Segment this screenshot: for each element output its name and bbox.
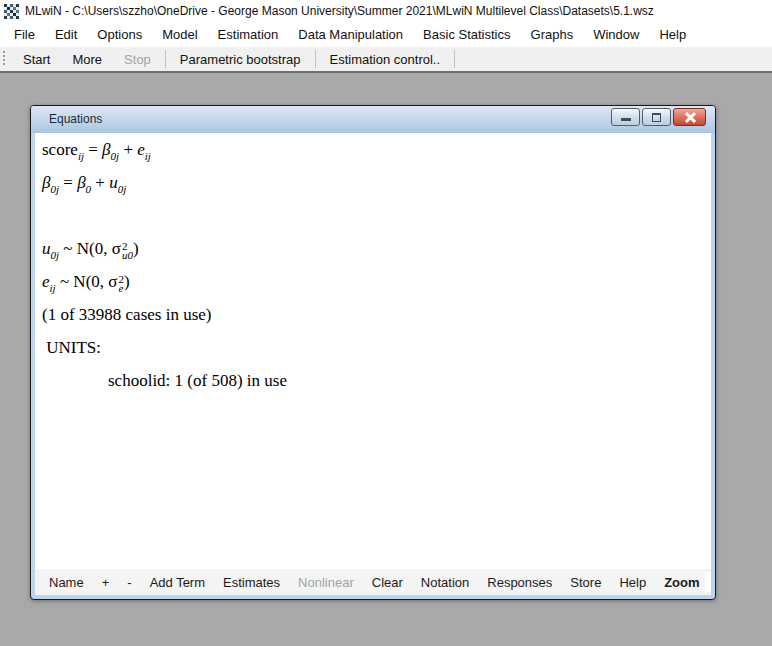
toolbar-separator: [165, 50, 166, 68]
menu-item-edit[interactable]: Edit: [45, 23, 87, 46]
eq-toolbar-button-nonlinear: Nonlinear: [289, 575, 363, 590]
toolbar-button-parametric-bootstrap[interactable]: Parametric bootstrap: [169, 49, 312, 70]
workspace: Equations scoreij = β0j + eijβ0j = β0 + …: [0, 73, 772, 646]
menu-item-window[interactable]: Window: [583, 23, 649, 46]
eq-toolbar-button-add-term[interactable]: Add Term: [141, 575, 214, 590]
equation-line: [42, 199, 711, 232]
toolbar-button-more[interactable]: More: [61, 49, 113, 70]
toolbar-button-estimation-control[interactable]: Estimation control..: [319, 49, 452, 70]
app-titlebar: MLwiN - C:\Users\szzho\OneDrive - George…: [0, 0, 772, 22]
mlwin-app-icon: [4, 4, 19, 19]
zoom-dropdown[interactable]: 100 ▾: [705, 572, 711, 592]
minimize-icon: [621, 118, 631, 121]
equations-window: Equations scoreij = β0j + eijβ0j = β0 + …: [30, 105, 716, 600]
eq-toolbar-button-[interactable]: +: [93, 575, 119, 590]
close-icon: [685, 112, 696, 123]
toolbar-items: StartMoreStopParametric bootstrapEstimat…: [12, 47, 458, 71]
menu-item-model[interactable]: Model: [152, 23, 207, 46]
equations-toolbar: Name+-Add TermEstimatesNonlinearClearNot…: [35, 569, 711, 595]
eq-toolbar-button-responses[interactable]: Responses: [478, 575, 561, 590]
equations-client-area: scoreij = β0j + eijβ0j = β0 + u0ju0j ~ N…: [35, 133, 711, 595]
toolbar-button-stop: Stop: [113, 49, 162, 70]
equation-line[interactable]: u0j ~ N(0, σ2u0): [42, 232, 711, 265]
toolbar-grip-handle[interactable]: [3, 51, 6, 67]
menu-item-graphs[interactable]: Graphs: [521, 23, 584, 46]
equation-line[interactable]: eij ~ N(0, σ2e): [42, 265, 711, 298]
eq-toolbar-button-help[interactable]: Help: [610, 575, 655, 590]
menu-bar: FileEditOptionsModelEstimationData Manip…: [0, 22, 772, 47]
menu-item-estimation[interactable]: Estimation: [208, 23, 289, 46]
menu-item-basic-statistics[interactable]: Basic Statistics: [413, 23, 520, 46]
equation-line[interactable]: UNITS:: [42, 331, 711, 364]
menu-item-file[interactable]: File: [4, 23, 45, 46]
menu-item-help[interactable]: Help: [649, 23, 696, 46]
eq-toolbar-button-estimates[interactable]: Estimates: [214, 575, 289, 590]
equations-content: scoreij = β0j + eijβ0j = β0 + u0ju0j ~ N…: [35, 133, 711, 569]
equations-titlebar[interactable]: Equations: [31, 106, 715, 133]
toolbar-separator: [315, 50, 316, 68]
toolbar-button-start[interactable]: Start: [12, 49, 61, 70]
maximize-icon: [652, 113, 661, 122]
eq-toolbar-button-name[interactable]: Name: [40, 575, 93, 590]
maximize-button[interactable]: [642, 108, 671, 126]
equation-line[interactable]: schoolid: 1 (of 508) in use: [42, 364, 711, 397]
equation-line[interactable]: β0j = β0 + u0j: [42, 166, 711, 199]
menu-item-options[interactable]: Options: [87, 23, 152, 46]
zoom-label: Zoom: [655, 575, 704, 590]
equation-line[interactable]: (1 of 33988 cases in use): [42, 298, 711, 331]
toolbar-separator: [454, 50, 455, 68]
eq-toolbar-button-[interactable]: -: [118, 575, 140, 590]
eq-toolbar-button-store[interactable]: Store: [561, 575, 610, 590]
equations-toolbar-buttons: Name+-Add TermEstimatesNonlinearClearNot…: [40, 575, 705, 590]
minimize-button[interactable]: [611, 108, 640, 126]
toolbar: StartMoreStopParametric bootstrapEstimat…: [0, 47, 772, 73]
sigma-superscript-subscript: 2u0: [122, 242, 133, 260]
close-button[interactable]: [673, 108, 706, 126]
window-controls: [611, 108, 706, 126]
equation-line[interactable]: scoreij = β0j + eij: [42, 133, 711, 166]
eq-toolbar-button-clear[interactable]: Clear: [363, 575, 412, 590]
app-title: MLwiN - C:\Users\szzho\OneDrive - George…: [25, 4, 654, 18]
menu-item-data-manipulation[interactable]: Data Manipulation: [288, 23, 413, 46]
eq-toolbar-button-notation[interactable]: Notation: [412, 575, 478, 590]
